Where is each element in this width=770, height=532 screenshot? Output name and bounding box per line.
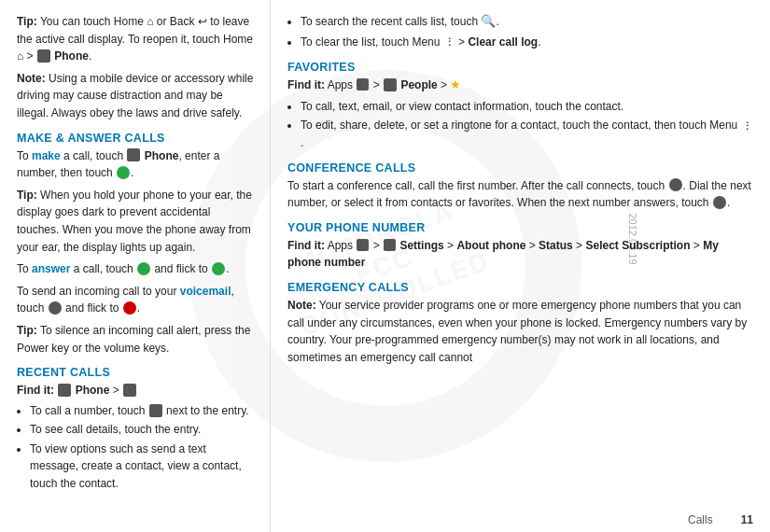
phone-icon-2 — [127, 148, 140, 161]
call-icon-item — [149, 404, 162, 417]
page-container: MOTOROLAFCCCONTROLLED 2012.03.19 Tip: Yo… — [0, 0, 770, 532]
recent-calls-title: RECENT CALLS — [17, 366, 255, 379]
recent-calls-list: To call a number, touch next to the entr… — [30, 402, 255, 493]
favorites-title: FAVORITES — [287, 61, 753, 74]
make-word: make — [32, 149, 61, 162]
phone-icon-1 — [37, 49, 50, 63]
answer-flick-icon — [212, 262, 225, 275]
select-sub-label: Select Subscription — [585, 239, 690, 252]
phone-icon-3 — [58, 384, 71, 397]
emergency-calls-para: Note: Your service provider programs one… — [287, 297, 753, 366]
voicemail-word: voicemail — [180, 285, 231, 298]
menu-icon-1: ⋮ — [444, 35, 455, 50]
recent-calls-item-2: To see call details, touch the entry. — [30, 421, 255, 439]
clear-item: To clear the list, touch Menu ⋮ > Clear … — [301, 34, 753, 51]
find-it-label-3: Find it: — [287, 239, 325, 252]
voicemail-flick-icon — [123, 301, 136, 315]
search-icon: 🔍 — [481, 12, 496, 31]
answer-word: answer — [32, 262, 70, 275]
tip3-label: Tip: — [17, 324, 37, 337]
tip2-paragraph: Tip: When you hold your phone to your ea… — [17, 187, 255, 256]
favorites-item-1: To call, text, email, or view contact in… — [301, 98, 753, 116]
tip2-label: Tip: — [17, 189, 37, 202]
phone-text-1: Phone — [54, 49, 89, 63]
recent-calls-item-3: To view options such as send a text mess… — [30, 441, 255, 493]
find-it-label-1: Find it: — [17, 384, 54, 397]
search-clear-list: To search the recent calls list, touch 🔍… — [301, 13, 753, 51]
settings-icon — [384, 239, 396, 251]
tip3-paragraph: Tip: To silence an incoming call alert, … — [17, 322, 255, 357]
phone-number-title: YOUR PHONE NUMBER — [287, 221, 753, 234]
dial-icon — [117, 166, 130, 179]
answer-call-para: To answer a call, touch and flick to . — [17, 260, 255, 278]
apps-icon-2 — [357, 239, 369, 251]
status-label: Status — [539, 239, 573, 252]
make-call-para: To make a call, touch Phone, enter a num… — [17, 147, 255, 182]
clock-icon — [123, 384, 136, 397]
favorites-find-it: Find it: Apps > People > ★ — [287, 77, 753, 95]
emergency-calls-title: EMERGENCY CALLS — [287, 281, 753, 294]
favorites-list: To call, text, email, or view contact in… — [301, 98, 753, 152]
find-it-label-2: Find it: — [287, 78, 325, 91]
star-icon: ★ — [450, 76, 461, 94]
right-column: To search the recent calls list, touch 🔍… — [271, 0, 770, 532]
people-icon — [384, 78, 397, 91]
note-paragraph: Note: Using a mobile device or accessory… — [17, 70, 255, 122]
phone-number-find-it: Find it: Apps > Settings > About phone >… — [287, 237, 753, 272]
note-label: Note: — [17, 72, 46, 85]
emergency-note-label: Note: — [287, 299, 316, 312]
people-label: People — [400, 78, 437, 91]
search-item: To search the recent calls list, touch 🔍… — [301, 13, 753, 32]
apps-icon-1 — [357, 78, 369, 91]
conference-calls-title: CONFERENCE CALLS — [287, 161, 753, 175]
clear-call-log: Clear call log — [468, 35, 538, 49]
answer-icon — [137, 262, 150, 275]
phone-word: Phone — [145, 149, 179, 162]
page-footer: Calls 11 — [688, 513, 753, 526]
settings-label: Settings — [399, 239, 443, 252]
left-column: Tip: You can touch Home ⌂ or Back ↩ to l… — [0, 0, 271, 532]
voicemail-icon — [49, 301, 62, 315]
footer-label: Calls — [688, 513, 713, 526]
footer-page-number: 11 — [741, 513, 753, 526]
menu-icon-2: ⋮ — [742, 119, 752, 134]
voicemail-para: To send an incoming call to your voicema… — [17, 283, 255, 317]
tip1-label: Tip: — [17, 15, 37, 28]
recent-calls-item-1: To call a number, touch next to the entr… — [30, 402, 255, 420]
favorites-item-2: To edit, share, delete, or set a rington… — [301, 117, 753, 151]
tip1-paragraph: Tip: You can touch Home ⌂ or Back ↩ to l… — [17, 13, 255, 65]
up-icon — [713, 196, 726, 209]
phone-label-recent: Phone — [76, 384, 110, 397]
make-answer-calls-title: MAKE & ANSWER CALLS — [17, 132, 255, 145]
conf-icon — [669, 178, 682, 191]
about-phone-label: About phone — [456, 239, 525, 252]
recent-calls-find-it: Find it: Phone > — [17, 382, 255, 399]
conference-calls-para: To start a conference call, call the fir… — [287, 177, 753, 212]
